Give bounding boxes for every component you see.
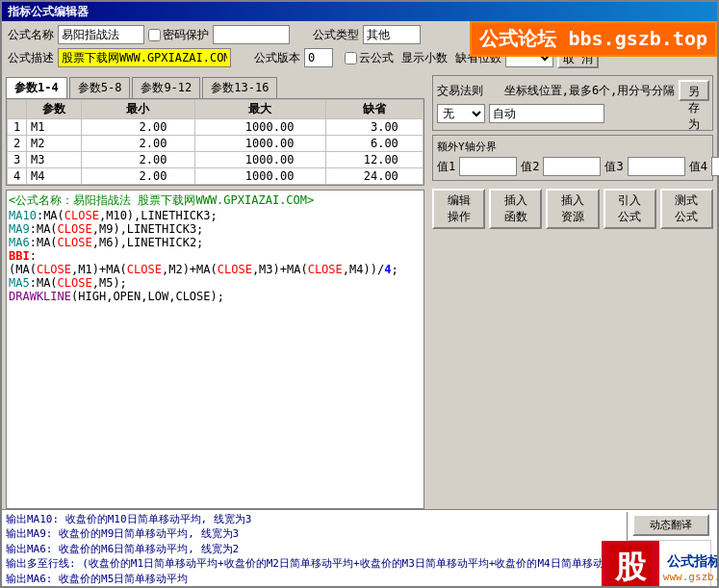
row-param-name: M1 [27,119,82,136]
row-param-name: M3 [27,152,82,168]
tabs-bar: 参数1-4 参数5-8 参数9-12 参数13-16 [2,77,428,98]
axis-title: 额外Y轴分界 [437,140,708,154]
formula-desc-input[interactable] [58,48,231,67]
row-param-name: M4 [27,168,82,185]
row-param-name: M2 [27,136,82,152]
right-panel: 交易法则 坐标线位置,最多6个,用分号分隔 另存为 无 额外Y轴分界 [428,75,717,509]
axis-value1-label: 值1 [437,159,455,175]
axis-value2-label: 值2 [521,159,539,175]
password-input[interactable] [213,25,290,44]
formula-version-label: 公式版本 [254,50,300,66]
test-formula-button[interactable]: 测式公式 [660,189,713,229]
row-default [325,136,423,152]
row-max [195,119,326,136]
trading-section: 交易法则 坐标线位置,最多6个,用分号分隔 另存为 无 [432,75,713,131]
watermark-banner: 公式论坛 bbs.gszb.top [470,21,717,57]
max-input[interactable] [226,153,294,166]
save-as-button[interactable]: 另存为 [679,80,709,101]
tab-params-1-4[interactable]: 参数1-4 [6,77,67,98]
axis-value1-input[interactable] [459,157,517,176]
password-protect-label: 密码保护 [148,27,209,43]
default-input[interactable] [350,153,398,166]
min-input[interactable] [109,120,167,134]
tab-params-5-8[interactable]: 参数5-8 [69,77,131,98]
axis-values-row: 值1 值2 值3 值4 [437,157,708,176]
status-line-4: 输出多至行线: (收盘价的M1日简单移动平均+收盘价的M2日简单移动平均+收盘价… [6,556,627,571]
default-input[interactable] [350,169,398,183]
trading-method-select[interactable]: 无 [437,104,485,123]
formula-desc-label: 公式描述 [8,50,54,66]
status-line-3: 输出MA6: 收盘价的M6日简单移动平均, 线宽为2 [6,542,627,556]
action-buttons: 编辑操作 插入函数 插入资源 引入公式 测式公式 [432,189,713,229]
status-line-5: 输出MA6: 收盘价的M5日简单移动平均 [6,572,627,584]
col-max: 最大 [195,100,326,119]
ad-char: 股 [609,545,652,586]
row-index: 1 [8,119,27,136]
row-default [325,119,423,136]
edit-operation-button[interactable]: 编辑操作 [432,189,485,229]
axis-value4-label: 值4 [689,159,707,175]
coordinates-input[interactable] [489,104,604,123]
axis-value2-input[interactable] [543,157,601,176]
min-input[interactable] [109,169,167,183]
max-input[interactable] [226,137,294,150]
main-window: 指标公式编辑器 公式论坛 bbs.gszb.top 公式名称 密码保护 公式类型… [0,0,719,588]
row-min [81,168,194,185]
formula-name-label: 公式名称 [8,27,54,43]
insert-func-button[interactable]: 插入函数 [489,189,542,229]
formula-name-input[interactable] [58,25,144,44]
max-input[interactable] [226,169,294,183]
row-min [81,136,194,152]
insert-resource-button[interactable]: 插入资源 [546,189,599,229]
main-area: 参数1-4 参数5-8 参数9-12 参数13-16 参数 最小 [2,75,717,509]
ad-title: 公式指标 [667,553,717,571]
dynamic-translate-button[interactable]: 动态翻译 [632,514,709,536]
import-formula-button[interactable]: 引入公式 [603,189,656,229]
code-line-5: MA5:MA(CLOSE,M5); [9,276,422,290]
cloud-formula-label: 云公式 [345,50,394,66]
code-line-1: MA10:MA(CLOSE,M10),LINETHICK3; [9,209,422,222]
status-line-1: 输出MA10: 收盘价的M10日简单移动平均, 线宽为3 [6,512,627,526]
code-line-6: DRAWKLINE(HIGH,OPEN,LOW,CLOSE); [9,290,422,303]
col-default: 缺省 [325,100,423,119]
table-row: 1 M1 [8,119,424,136]
axis-section: 额外Y轴分界 值1 值2 值3 值4 [432,135,713,181]
ad-banner: 股 公式指标 www.gszb.top [629,540,711,586]
ad-url: www.gszb.top [663,571,717,583]
tab-params-13-16[interactable]: 参数13-16 [202,77,277,98]
trading-label: 交易法则 坐标线位置,最多6个,用分号分隔 [437,83,675,99]
cloud-formula-checkbox[interactable] [345,52,357,64]
status-text-area: 输出MA10: 收盘价的M10日简单移动平均, 线宽为3 输出MA9: 收盘价的… [6,512,627,584]
col-min: 最小 [81,100,194,119]
default-input[interactable] [350,137,398,150]
default-input[interactable] [350,120,398,134]
code-line-3: MA6:MA(CLOSE,M6),LINETHICK2; [9,236,422,249]
formula-version-input[interactable] [304,48,333,67]
row-max [195,152,326,168]
code-line-2: MA9:MA(CLOSE,M9),LINETHICK3; [9,222,422,236]
axis-value4-input[interactable] [711,157,719,176]
axis-value3-input[interactable] [628,157,685,176]
password-protect-checkbox[interactable] [148,29,161,41]
title-bar: 指标公式编辑器 [2,2,717,21]
row-max [195,168,326,185]
formula-type-input[interactable] [363,25,421,44]
row-index: 4 [8,168,27,185]
trading-bottom-row: 无 [437,104,708,123]
min-input[interactable] [109,137,167,150]
status-line-2: 输出MA9: 收盘价的M9日简单移动平均, 线宽为3 [6,526,627,541]
params-table: 参数 最小 最大 缺省 1 M1 2 M2 [6,98,424,186]
show-small-label: 显示小数 [401,50,448,66]
formula-type-label: 公式类型 [313,27,359,43]
row-default [325,168,423,185]
row-min [81,152,194,168]
left-panel: 参数1-4 参数5-8 参数9-12 参数13-16 参数 最小 [2,75,428,509]
bottom-status: 输出MA10: 收盘价的M10日简单移动平均, 线宽为3 输出MA9: 收盘价的… [2,509,717,586]
ad-inner: 股 [602,541,659,586]
code-editor[interactable]: <公式名称：易阳指战法 股票下载网WWW.GPXIAZAI.COM> MA10:… [6,190,424,509]
code-line-4: BBI:(MA(CLOSE,M1)+MA(CLOSE,M2)+MA(CLOSE,… [9,249,422,276]
code-comment-line: <公式名称：易阳指战法 股票下载网WWW.GPXIAZAI.COM> [9,192,422,209]
max-input[interactable] [226,120,294,134]
tab-params-9-12[interactable]: 参数9-12 [132,77,200,98]
min-input[interactable] [109,153,167,166]
